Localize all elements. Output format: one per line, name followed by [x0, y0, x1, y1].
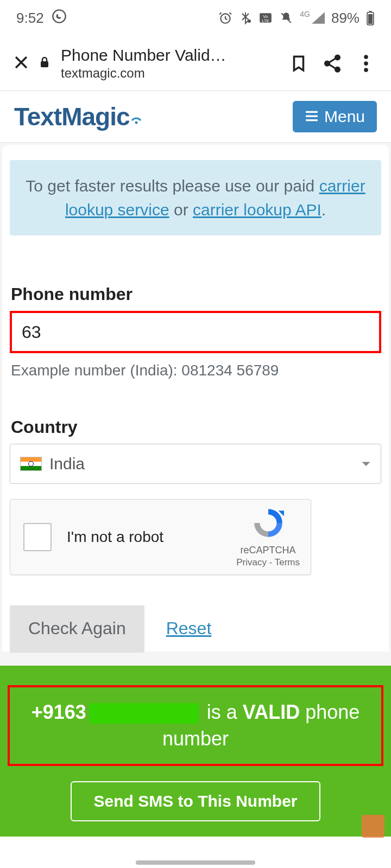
phone-label: Phone number	[11, 284, 381, 304]
bookmark-icon[interactable]	[286, 53, 312, 74]
svg-rect-8	[368, 14, 373, 24]
whatsapp-icon	[52, 9, 67, 28]
browser-bar: Phone Number Valid… textmagic.com	[0, 36, 391, 91]
svg-point-0	[53, 10, 65, 22]
chevron-down-icon	[361, 455, 371, 473]
phone-input[interactable]	[10, 311, 381, 353]
signal-icon: 4G	[300, 12, 325, 24]
svg-point-16	[135, 122, 137, 124]
result-message: +9163 is a VALID phone number	[8, 685, 383, 766]
recaptcha-checkbox[interactable]	[23, 523, 52, 551]
info-notice: To get faster results please use our pai…	[10, 160, 381, 235]
status-bar: 9:52 VoLTE 4G 89%	[0, 0, 391, 36]
close-icon[interactable]	[12, 53, 30, 74]
brand-logo[interactable]: TextMagic	[14, 102, 137, 131]
carrier-lookup-api-link[interactable]: carrier lookup API	[193, 201, 321, 219]
bluetooth-icon	[239, 11, 252, 25]
battery-percent: 89%	[331, 10, 360, 27]
svg-rect-9	[41, 61, 48, 67]
wifi-accent-icon	[131, 114, 138, 122]
volte-icon: VoLTE	[258, 11, 273, 25]
send-sms-button[interactable]: Send SMS to This Number	[71, 781, 320, 821]
recaptcha-brand: reCAPTCHA	[236, 545, 300, 556]
redacted-block	[90, 703, 198, 724]
page-title: Phone Number Valid…	[61, 46, 278, 65]
svg-text:LTE: LTE	[262, 18, 269, 23]
site-header: TextMagic Menu	[0, 91, 391, 143]
page-domain: textmagic.com	[61, 66, 278, 81]
share-icon[interactable]	[319, 53, 345, 74]
more-icon[interactable]	[353, 54, 379, 73]
menu-button[interactable]: Menu	[293, 101, 377, 132]
reset-link[interactable]: Reset	[166, 618, 212, 639]
menu-label: Menu	[324, 107, 365, 126]
svg-point-15	[364, 68, 368, 72]
recaptcha-widget[interactable]: I'm not a robot reCAPTCHA Privacy - Term…	[10, 499, 311, 575]
floating-badge-icon[interactable]	[362, 815, 384, 838]
phone-example: Example number (India): 081234 56789	[11, 362, 381, 379]
country-select[interactable]: India	[10, 444, 381, 484]
svg-point-2	[248, 20, 251, 23]
india-flag-icon	[20, 457, 42, 471]
status-time: 9:52	[16, 10, 44, 27]
hamburger-icon	[305, 107, 319, 126]
alarm-icon	[218, 11, 232, 25]
result-panel: +9163 is a VALID phone number Send SMS t…	[0, 666, 391, 837]
svg-rect-7	[369, 11, 372, 12]
country-label: Country	[11, 417, 381, 437]
country-value: India	[49, 455, 85, 473]
check-again-button[interactable]: Check Again	[10, 605, 144, 652]
lock-icon	[38, 55, 51, 72]
svg-point-13	[364, 55, 368, 59]
result-number-prefix: +9163	[31, 701, 86, 723]
svg-point-14	[364, 61, 368, 66]
recaptcha-links[interactable]: Privacy - Terms	[236, 557, 300, 568]
recaptcha-label: I'm not a robot	[67, 528, 163, 546]
gesture-handle	[136, 860, 255, 865]
mute-icon	[279, 11, 293, 25]
battery-icon	[366, 10, 375, 25]
recaptcha-icon	[236, 506, 300, 542]
